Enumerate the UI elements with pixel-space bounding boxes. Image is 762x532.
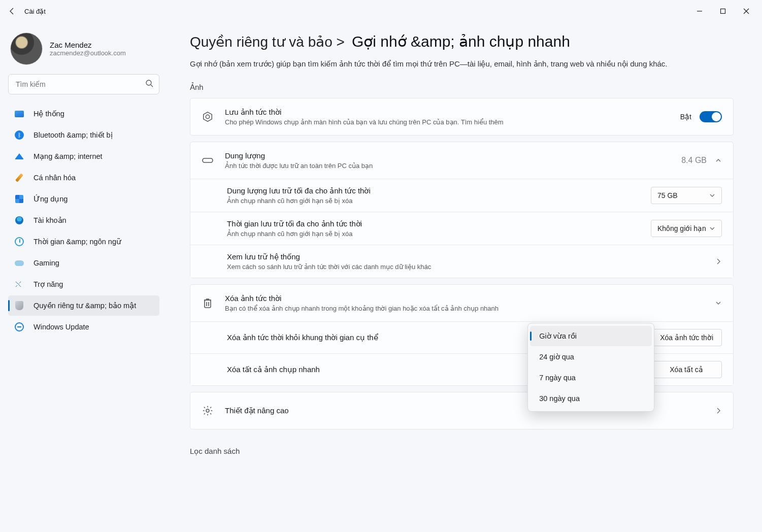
svg-marker-6 [204,112,212,121]
sidebar-item-bluetooth[interactable]: ᛒBluetooth &amp; thiết bị [8,125,159,145]
save-snapshots-toggle[interactable] [700,111,722,122]
storage-icon [202,154,214,167]
avatar [10,32,43,65]
svg-point-7 [206,115,209,118]
profile-block[interactable]: Zac Mendez zacmendez@outlook.com [8,28,159,74]
timeframe-popup: Giờ vừa rồi 24 giờ qua 7 ngày qua 30 ngà… [527,323,654,412]
sidebar-item-network[interactable]: Mạng &amp; internet [8,146,159,167]
sidebar-item-system[interactable]: Hệ thống [8,104,159,124]
svg-rect-8 [203,158,213,162]
snapshot-icon [202,111,214,123]
system-icon [14,109,24,119]
card-delete-snapshots[interactable]: Xóa ảnh tức thời Bạn có thể xóa ảnh chụp… [190,285,733,321]
sidebar-item-time[interactable]: Thời gian &amp; ngôn ngữ [8,231,159,252]
chevron-right-icon [715,258,722,265]
gamepad-icon [14,258,24,268]
delete-snapshots-button[interactable]: Xóa ảnh tức thời [651,329,722,346]
toggle-state-label: Bật [680,113,691,121]
row-view-system-storage[interactable]: Xem lưu trữ hệ thống Xem cách so sánh lư… [190,245,733,278]
brush-icon [14,173,24,183]
search-icon [145,79,153,89]
page-title: Gợi nhớ &amp; ảnh chụp nhanh [352,32,570,50]
svg-rect-1 [721,9,725,14]
sidebar-item-gaming[interactable]: Gaming [8,253,159,273]
sidebar-item-personalization[interactable]: Cá nhân hóa [8,168,159,188]
timeframe-option[interactable]: 30 ngày qua [530,388,652,409]
timeframe-option[interactable]: Giờ vừa rồi [530,326,652,346]
shield-icon [14,301,24,311]
accessibility-icon: ⛌ [14,279,24,289]
svg-point-4 [146,80,151,85]
clock-icon [14,237,24,247]
bluetooth-icon: ᛒ [14,130,24,140]
card-storage[interactable]: Dung lượng Ảnh tức thời được lưu trữ an … [190,142,733,179]
sidebar-item-apps[interactable]: Ứng dụng [8,189,159,209]
sidebar-item-accounts[interactable]: Tài khoản [8,210,159,230]
chevron-down-icon [709,192,716,199]
profile-name: Zac Mendez [50,41,126,49]
chevron-down-icon [709,225,716,232]
svg-line-5 [151,85,153,87]
delete-all-button[interactable]: Xóa tất cả [651,361,722,378]
card-save-snapshots: Lưu ảnh tức thời Cho phép Windows chụp ả… [190,98,733,135]
profile-email: zacmendez@outlook.com [50,49,126,57]
section-label-filter: Lọc danh sách [190,447,734,456]
chevron-up-icon [715,157,722,164]
row-max-duration: Thời gian lưu trữ tối đa cho ảnh tức thờ… [190,212,733,245]
back-button[interactable] [4,3,20,19]
account-icon [14,215,24,225]
update-icon [14,322,24,332]
gear-icon [202,405,214,417]
timeframe-option[interactable]: 7 ngày qua [530,368,652,388]
close-button[interactable] [735,3,758,19]
breadcrumb: Quyền riêng tư và bảo > Gợi nhớ &amp; ản… [190,32,734,50]
wifi-icon [14,151,24,161]
apps-icon [14,194,24,204]
chevron-down-icon [715,300,722,307]
row-max-storage: Dung lượng lưu trữ tối đa cho ảnh tức th… [190,179,733,212]
sidebar-item-accessibility[interactable]: ⛌Trợ năng [8,274,159,294]
max-duration-dropdown[interactable]: Không giới hạn [651,220,722,237]
search-input[interactable] [8,74,159,94]
chevron-right-icon [715,407,722,414]
maximize-button[interactable] [711,3,735,19]
page-description: Gợi nhớ (bản xem trước) giúp bạn tìm kiế… [190,59,734,69]
window-title: Cài đặt [24,8,46,15]
breadcrumb-parent[interactable]: Quyền riêng tư và bảo > [190,34,345,50]
timeframe-option[interactable]: 24 giờ qua [530,347,652,367]
sidebar-item-privacy[interactable]: Quyền riêng tư &amp; bảo mật [8,295,159,316]
trash-icon [202,297,214,309]
storage-value: 8.4 GB [681,156,707,165]
sidebar-item-update[interactable]: Windows Update [8,317,159,337]
svg-point-12 [206,409,209,412]
minimize-button[interactable] [688,3,711,19]
svg-rect-9 [205,300,211,308]
max-storage-dropdown[interactable]: 75 GB [651,187,722,204]
section-label-images: Ảnh [190,83,734,92]
